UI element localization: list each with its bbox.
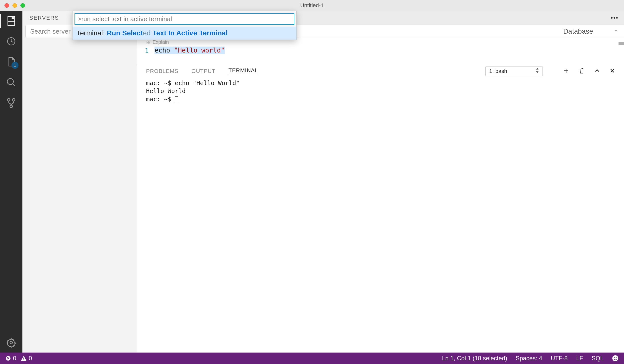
svg-point-4 bbox=[7, 78, 13, 85]
window-minimize-button[interactable] bbox=[12, 3, 17, 8]
code-editor[interactable]: Explain 1 echo "Hello world" bbox=[137, 38, 624, 64]
status-bar: 0 0 Ln 1, Col 1 (18 selected) Spaces: 4 … bbox=[0, 353, 624, 364]
activity-history[interactable] bbox=[6, 36, 16, 46]
editor-more-button[interactable]: ••• bbox=[611, 14, 619, 21]
editor-column: ••• Database Explain 1 e bbox=[137, 11, 624, 353]
svg-point-18 bbox=[614, 357, 615, 358]
terminal-output[interactable]: mac: ~$ echo "Hello World" Hello World m… bbox=[137, 78, 624, 104]
activity-search[interactable] bbox=[6, 77, 16, 88]
title-bar: Untitled-1 bbox=[0, 0, 624, 11]
status-indent[interactable]: Spaces: 4 bbox=[516, 355, 542, 362]
new-terminal-button[interactable] bbox=[563, 68, 569, 75]
activity-bar: 1 bbox=[0, 11, 22, 353]
svg-rect-16 bbox=[23, 360, 24, 360]
status-encoding[interactable]: UTF-8 bbox=[551, 355, 568, 362]
svg-point-19 bbox=[616, 357, 617, 358]
main-area: 1 SERVERS Search server names bbox=[0, 11, 624, 353]
codelens-explain[interactable]: Explain bbox=[137, 39, 624, 45]
activity-scm[interactable] bbox=[6, 98, 16, 109]
svg-point-9 bbox=[10, 341, 12, 344]
tab-problems[interactable]: PROBLEMS bbox=[146, 68, 178, 74]
chevron-down-icon bbox=[613, 27, 619, 35]
svg-rect-11 bbox=[149, 41, 150, 42]
status-errors[interactable]: 0 bbox=[5, 355, 16, 362]
servers-panel: SERVERS Search server names bbox=[22, 11, 137, 353]
svg-point-17 bbox=[612, 355, 618, 361]
tab-terminal[interactable]: TERMINAL bbox=[229, 67, 258, 75]
window-maximize-button[interactable] bbox=[20, 3, 25, 8]
panel-actions bbox=[563, 67, 615, 75]
code-line-1: 1 echo "Hello world" bbox=[137, 45, 624, 54]
svg-rect-12 bbox=[147, 42, 148, 44]
close-panel-button[interactable] bbox=[610, 68, 615, 74]
status-warnings[interactable]: 0 bbox=[21, 355, 32, 362]
maximize-panel-button[interactable] bbox=[594, 68, 600, 75]
minimap-highlight bbox=[619, 42, 624, 45]
kill-terminal-button[interactable] bbox=[579, 67, 585, 75]
window-close-button[interactable] bbox=[4, 3, 9, 8]
select-arrows-icon bbox=[536, 68, 539, 74]
terminal-select[interactable]: 1: bash bbox=[485, 66, 543, 76]
window-controls bbox=[0, 3, 25, 8]
database-dropdown-label: Database bbox=[563, 27, 593, 35]
window-title: Untitled-1 bbox=[300, 2, 324, 9]
code-text[interactable]: echo "Hello world" bbox=[155, 47, 225, 54]
panel-tab-row: PROBLEMS OUTPUT TERMINAL 1: bash bbox=[137, 64, 624, 78]
svg-rect-15 bbox=[23, 358, 24, 359]
terminal-select-label: 1: bash bbox=[489, 68, 507, 74]
database-dropdown[interactable]: Database bbox=[563, 27, 619, 35]
activity-explorer[interactable]: 1 bbox=[6, 56, 16, 67]
explorer-badge: 1 bbox=[11, 62, 18, 69]
svg-point-8 bbox=[10, 105, 12, 108]
palette-result-1[interactable]: Terminal: Run Selected Text In Active Te… bbox=[73, 27, 296, 40]
svg-rect-2 bbox=[12, 18, 13, 19]
command-palette-input[interactable]: >run select text in active terminal bbox=[75, 13, 294, 25]
tab-output[interactable]: OUTPUT bbox=[191, 68, 215, 74]
palette-result-prefix: Terminal: bbox=[77, 29, 107, 37]
svg-point-6 bbox=[7, 99, 10, 101]
activity-servers[interactable] bbox=[7, 15, 16, 26]
terminal-cursor bbox=[175, 96, 178, 102]
svg-point-7 bbox=[12, 99, 15, 101]
status-language[interactable]: SQL bbox=[592, 355, 604, 362]
command-palette: >run select text in active terminal Term… bbox=[72, 11, 297, 40]
status-feedback[interactable] bbox=[612, 355, 619, 362]
svg-line-5 bbox=[12, 84, 15, 86]
status-eol[interactable]: LF bbox=[576, 355, 583, 362]
line-number: 1 bbox=[137, 47, 155, 54]
activity-settings[interactable] bbox=[6, 338, 16, 348]
codelens-label: Explain bbox=[153, 39, 169, 45]
bottom-panel: PROBLEMS OUTPUT TERMINAL 1: bash bbox=[137, 64, 624, 353]
status-cursor[interactable]: Ln 1, Col 1 (18 selected) bbox=[442, 355, 507, 362]
svg-rect-13 bbox=[149, 42, 150, 44]
svg-rect-10 bbox=[147, 41, 148, 42]
